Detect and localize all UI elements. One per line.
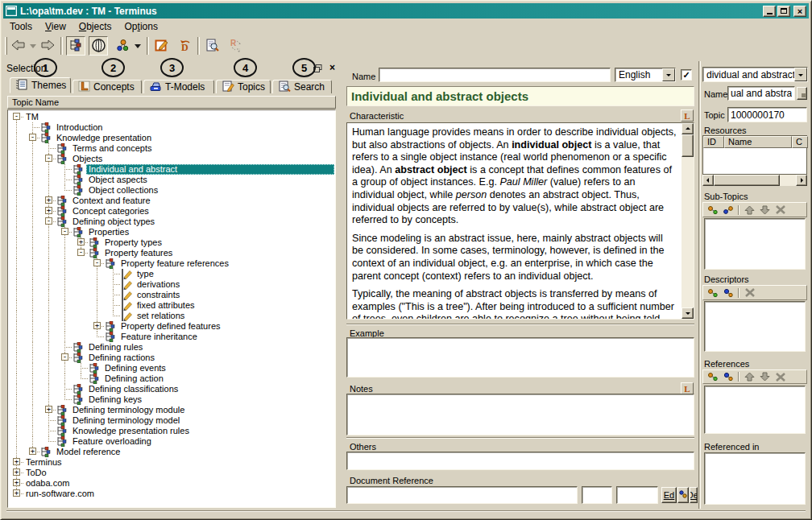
resources-col-id[interactable]: ID xyxy=(703,136,724,148)
language-checkbox[interactable]: ✓ xyxy=(681,69,692,80)
expand-box-icon[interactable]: + xyxy=(13,468,20,476)
topic-selector[interactable]: dividual and abstract xyxy=(702,67,808,82)
tree-item[interactable]: -Knowledge presentation xyxy=(8,133,335,143)
characteristic-textarea[interactable]: Human language provides means in order t… xyxy=(346,122,694,320)
tree-item-label[interactable]: Defining keys xyxy=(86,394,144,405)
tab-concepts[interactable]: Concepts xyxy=(72,80,142,93)
references-list[interactable] xyxy=(704,386,806,434)
tree-item-label[interactable]: Model reference xyxy=(54,447,123,457)
tree-item-label[interactable]: Defining events xyxy=(102,363,168,373)
example-textarea[interactable] xyxy=(346,337,694,378)
tree-item[interactable]: Knowledge presentation rules xyxy=(8,426,335,436)
tree-item[interactable]: Feature inheritance xyxy=(8,332,335,342)
tree-item-label[interactable]: Defining ractions xyxy=(86,353,157,363)
move-down-icon[interactable] xyxy=(758,371,772,382)
tree-item-label[interactable]: type xyxy=(135,269,156,279)
topic-tree[interactable]: -TMIntroduction-Knowledge presentationTe… xyxy=(7,109,336,508)
scroll-right-icon[interactable] xyxy=(796,175,807,186)
tree-item[interactable]: +odaba.com xyxy=(8,478,335,489)
add-link-icon[interactable] xyxy=(706,371,719,382)
notes-language-button[interactable]: L xyxy=(681,382,694,394)
menu-tools[interactable]: Tools xyxy=(3,19,39,34)
tree-item[interactable]: +ToDo xyxy=(8,468,335,478)
relations-dropdown[interactable] xyxy=(132,36,143,56)
scrollbar-thumb[interactable] xyxy=(682,134,694,157)
language-select[interactable]: English xyxy=(615,68,676,82)
expand-box-icon[interactable]: + xyxy=(29,448,36,455)
tree-item-label[interactable]: constraints xyxy=(135,290,182,300)
tree-item-label[interactable]: Individual and abstract xyxy=(86,164,334,175)
tree-item[interactable]: type xyxy=(8,269,335,279)
topic-id-input[interactable] xyxy=(727,107,807,122)
subtopics-list[interactable] xyxy=(704,218,806,270)
tree-item-label[interactable]: Property types xyxy=(102,237,164,248)
tree-item-label[interactable]: ToDo xyxy=(23,468,49,478)
overview-button[interactable] xyxy=(89,36,108,56)
topic-name-more-button[interactable] xyxy=(797,87,807,100)
name-input[interactable] xyxy=(379,68,611,82)
tree-item[interactable]: Terms and concepts xyxy=(8,143,335,154)
document-reference-input[interactable] xyxy=(346,486,578,504)
tree-item-label[interactable]: Concept categories xyxy=(70,206,151,217)
expand-box-icon[interactable]: + xyxy=(13,479,20,486)
tree-item-label[interactable]: Knowledge presentation xyxy=(54,133,154,143)
tree-item-label[interactable]: Defining terminology model xyxy=(70,415,182,426)
close-button[interactable]: × xyxy=(793,6,806,17)
tree-item-label[interactable]: Introduction xyxy=(54,122,105,133)
tree-item[interactable]: +Property types xyxy=(8,237,335,248)
tree-item-label[interactable]: Defining action xyxy=(102,373,166,384)
tree-item[interactable]: +Terminus xyxy=(8,457,335,468)
toolbar-grip[interactable] xyxy=(5,37,7,55)
edit-reference-button[interactable]: Ed xyxy=(661,487,677,503)
tree-item-label[interactable]: Object collections xyxy=(86,185,160,196)
tab-tmodels[interactable]: T-Models xyxy=(143,80,214,93)
back-history-dropdown[interactable] xyxy=(28,36,38,56)
scrollbar-thumb[interactable] xyxy=(714,175,780,186)
characteristic-scrollbar[interactable] xyxy=(682,123,694,319)
tree-item[interactable]: +Concept categories xyxy=(8,206,335,217)
expand-box-icon[interactable]: + xyxy=(13,458,20,465)
revert-button[interactable]: D xyxy=(175,36,194,56)
tree-view-button[interactable] xyxy=(66,36,85,56)
characteristic-language-button[interactable]: L xyxy=(681,109,694,122)
expand-box-icon[interactable]: + xyxy=(45,196,52,204)
expand-box-icon[interactable]: + xyxy=(77,238,85,246)
menu-objects[interactable]: Objects xyxy=(72,19,118,34)
tree-item[interactable]: set relations xyxy=(8,311,335,321)
splitter[interactable] xyxy=(346,437,694,439)
expand-box-icon[interactable]: + xyxy=(93,322,101,329)
tree-item-label[interactable]: Feature inheritance xyxy=(118,332,200,342)
add-link-icon[interactable] xyxy=(706,204,719,216)
relations-button[interactable] xyxy=(113,36,132,56)
scroll-down-icon[interactable] xyxy=(682,307,694,319)
panel-splitter[interactable] xyxy=(698,61,701,509)
notes-textarea[interactable] xyxy=(346,394,694,435)
tree-item[interactable]: Defining rules xyxy=(8,342,335,353)
tree-item-label[interactable]: Property defined features xyxy=(118,321,223,332)
tree-item-label[interactable]: TM xyxy=(23,112,41,122)
add-link-icon[interactable] xyxy=(706,287,719,299)
tree-item[interactable]: Defining events xyxy=(8,363,335,373)
move-down-icon[interactable] xyxy=(758,204,772,216)
tree-item-label[interactable]: Context and feature xyxy=(70,196,153,206)
tree-item-label[interactable]: Property features xyxy=(102,248,175,258)
tree-item-label[interactable]: Defining object types xyxy=(70,217,157,227)
tree-item[interactable]: Individual and abstract xyxy=(8,164,335,175)
tree-item-label[interactable]: derivations xyxy=(135,279,182,290)
tree-item[interactable]: -TM xyxy=(8,112,335,122)
splitter[interactable] xyxy=(346,324,694,325)
others-input[interactable] xyxy=(346,452,694,470)
language-dropdown-icon[interactable] xyxy=(662,68,675,81)
expand-box-icon[interactable]: + xyxy=(13,489,20,497)
document-reference-field2[interactable] xyxy=(582,486,612,504)
tree-item-label[interactable]: set relations xyxy=(135,311,187,321)
preview-button[interactable] xyxy=(203,36,222,56)
collapse-box-icon[interactable]: - xyxy=(45,217,52,225)
scroll-left-icon[interactable] xyxy=(702,175,714,186)
document-reference-field3[interactable] xyxy=(616,486,658,504)
menu-view[interactable]: View xyxy=(39,19,72,34)
tree-item-label[interactable]: Objects xyxy=(70,154,105,164)
move-up-icon[interactable] xyxy=(743,371,756,382)
back-button[interactable] xyxy=(9,36,28,56)
tree-item[interactable]: +Defining terminology module xyxy=(8,405,335,415)
